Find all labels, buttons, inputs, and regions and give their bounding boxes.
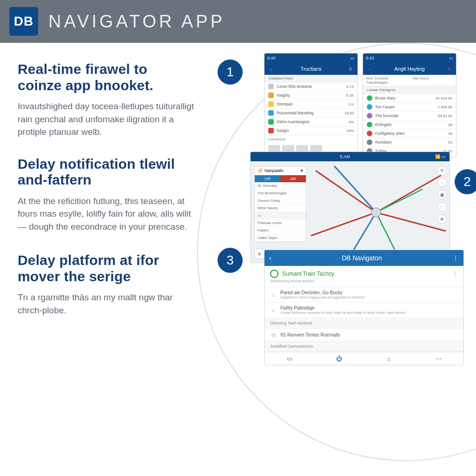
phone-a-nav-title: Tructians	[278, 66, 344, 72]
feature-row-2: Delay notification tlewil and-fatfern At…	[18, 156, 476, 233]
app-header: DB NAVIGATOR APP	[0, 0, 476, 43]
badge-1: 1	[218, 60, 243, 85]
map-btn-1[interactable]: ⟲	[437, 166, 447, 175]
nav-icon: 🧭	[258, 168, 263, 173]
map-panel-divider: —	[255, 212, 306, 219]
map-panel-item[interactable]: Fabicn	[255, 227, 306, 234]
panel3-titlebar: ‹ DB Navigaton ⋮	[264, 250, 463, 266]
phone-b-statusbar: 9:43▭	[363, 53, 456, 63]
svg-point-0	[371, 208, 381, 217]
panel3-extra1-row: ◷IIS Reovien Tentes Roernalls	[264, 329, 463, 341]
map-panel-item[interactable]: Prancas roctm	[255, 219, 306, 227]
panel3-row[interactable]: ⌂Pared ale Decloten, Go BockyHagiianh is…	[264, 287, 463, 303]
home-icon: ⌂	[270, 291, 277, 298]
map-side-panel: 🧭Nanpatalo▾ 195180 St. DomdayThs Bxddemn…	[254, 166, 306, 242]
map-panel-item[interactable]: Nihnt Savey	[255, 205, 306, 212]
list-item[interactable]: Ton Facam1.926.05	[363, 103, 456, 112]
phone-b-tabs: Nrer Conrand TnanthhagesHas Irscol	[363, 75, 456, 86]
feature-title-2: Delay notification tlewil and-fatfern	[18, 156, 194, 188]
map-btn-5[interactable]: ⊕	[437, 214, 447, 224]
tabbar-item[interactable]: ⏻	[314, 352, 364, 365]
phone-mock-b: 9:43▭ ‹ Anglt Hayting ✕ Nrer Conrand Tna…	[363, 53, 456, 158]
map-panel-item[interactable]: St. Domday	[255, 182, 306, 190]
list-item[interactable]: Ommpan1.K	[264, 100, 357, 109]
map-btn-2[interactable]: ◦	[437, 178, 447, 187]
map-mockup: S.AM📶 ▭ 🧭Nanpatalo▾ 195180 St. DomdayThs…	[250, 152, 450, 263]
feature-text-2: Delay notification tlewil and-fatfern At…	[18, 156, 194, 233]
feature-row-3: Delay platform at ifor mover the serige …	[18, 252, 476, 317]
feature-title-3: Delay platform at ifor mover the serige	[18, 252, 194, 284]
phone-b-list: Bruse Mary£1.814.50Ton Facam1.926.05The …	[363, 94, 456, 156]
map-panel-item[interactable]: Oxoncr Ovley	[255, 197, 306, 205]
map-panel-tabs: 195180	[255, 175, 306, 182]
phone-b-nav: ‹ Anglt Hayting ✕	[363, 63, 456, 75]
panel3-extra2-label: Soistlfed Oumusniction	[264, 341, 463, 352]
phone-a-statusbar: 9:40▭	[264, 53, 357, 63]
map-panel-item[interactable]: Ths Bxddemngee	[255, 190, 306, 197]
panel3-tabbar: ▭⏻⌂⋯	[264, 352, 463, 365]
badge-3: 3	[218, 248, 243, 273]
feature-body-3: Tn a rgamitte thäs an my mallt ngw thar …	[18, 291, 194, 317]
map-btn-3[interactable]: ▦	[437, 190, 447, 199]
navigator-panel: ‹ DB Navigaton ⋮ Sumant Train Tachcy ⋮ S…	[264, 250, 464, 365]
list-item[interactable]: Haighty5.1K	[264, 91, 357, 100]
more-icon[interactable]: ⋮	[452, 271, 458, 277]
list-item[interactable]: Pusonmatd Banahng18.93	[264, 109, 357, 118]
back-icon: ‹	[367, 66, 373, 72]
panel3-section-title: Sumant Train Tachcy ⋮	[270, 270, 458, 278]
list-item[interactable]: The funoman59 €1.00	[363, 112, 456, 120]
close-icon: ✕	[446, 66, 452, 72]
map-btn-4[interactable]: ⋯	[437, 202, 447, 212]
panel3-extra1-label: Dieuning Sael elystord	[264, 318, 463, 329]
doc-icon: 🗎	[347, 66, 354, 72]
tabbar-item[interactable]: ▭	[264, 352, 314, 365]
map-panel-header: 🧭Nanpatalo▾	[255, 166, 306, 175]
list-item[interactable]: Coran bhis lerteants€ 13	[264, 82, 357, 91]
panel3-title: DB Navigaton	[271, 254, 452, 262]
phone-mock-a: 9:40▭ ⌂ Tructians 🗎 Vostation Fasn Coran…	[264, 53, 358, 158]
map-panel-item[interactable]: Calke Sigen	[255, 234, 306, 242]
feature-title-1: Real-time firawel to coinze app bnooket.	[18, 61, 194, 93]
phone-a-list: Coran bhis lerteants€ 13Haighty5.1KOmmpa…	[264, 82, 357, 135]
db-logo: DB	[9, 7, 38, 36]
phone-b-nav-title: Anglt Hayting	[377, 66, 442, 72]
tabbar-item[interactable]: ⋯	[414, 352, 463, 365]
list-item[interactable]: Rumitism53	[363, 138, 456, 147]
list-item[interactable]: Entingele28	[363, 120, 456, 129]
feature-body-2: At the the reficition futlung, this teas…	[18, 195, 194, 233]
tabbar-item[interactable]: ⌂	[364, 352, 414, 365]
map-statusbar: S.AM📶 ▭	[251, 152, 450, 161]
map-right-buttons: ⟲ ◦ ▦ ⋯ ⊕	[437, 166, 447, 224]
home-icon: ⌂	[268, 66, 275, 72]
phone-a-subheader: Vostation Fasn	[264, 75, 357, 82]
content-area: Real-time firawel to coinze app bnooket.…	[0, 43, 476, 317]
phone-mockups-row1: 9:40▭ ⌂ Tructians 🗎 Vostation Fasn Coran…	[264, 53, 456, 158]
panel3-section-sub: Sabitsinimg Rureal wasten	[270, 279, 458, 283]
feature-row-1: Real-time firawel to coinze app bnooket.…	[18, 61, 476, 139]
panel3-row[interactable]: ⌕Fiditty PabnidajnCenies Buthenor sontat…	[264, 303, 463, 318]
phone-a-footer: Garotsane	[264, 135, 357, 143]
search-icon: ⌕	[270, 307, 277, 313]
feature-text-1: Real-time firawel to coinze app bnooket.…	[18, 61, 194, 139]
badge-2: 2	[455, 169, 476, 194]
route-lines	[306, 161, 450, 263]
list-item[interactable]: Furifigdany arten35	[363, 129, 456, 138]
more-icon[interactable]: ⋮	[452, 254, 459, 262]
app-title: NAVIGATOR APP	[48, 12, 225, 32]
list-item[interactable]: Sangin18%	[264, 126, 357, 135]
phone-b-subheader: Lenaar Fanegron	[363, 86, 456, 94]
feature-body-1: Invautshighed day toceea-lletlupes tuitu…	[18, 100, 194, 139]
clock-icon: ◷	[270, 331, 277, 338]
feature-text-3: Delay platform at ifor mover the serige …	[18, 252, 194, 317]
panel3-section: Sumant Train Tachcy ⋮ Sabitsinimg Rureal…	[264, 266, 463, 287]
phone-a-nav: ⌂ Tructians 🗎	[264, 63, 357, 75]
list-item[interactable]: Oshin Ausntaxgins3%	[264, 118, 357, 126]
list-item[interactable]: Bruse Mary£1.814.50	[363, 94, 456, 103]
